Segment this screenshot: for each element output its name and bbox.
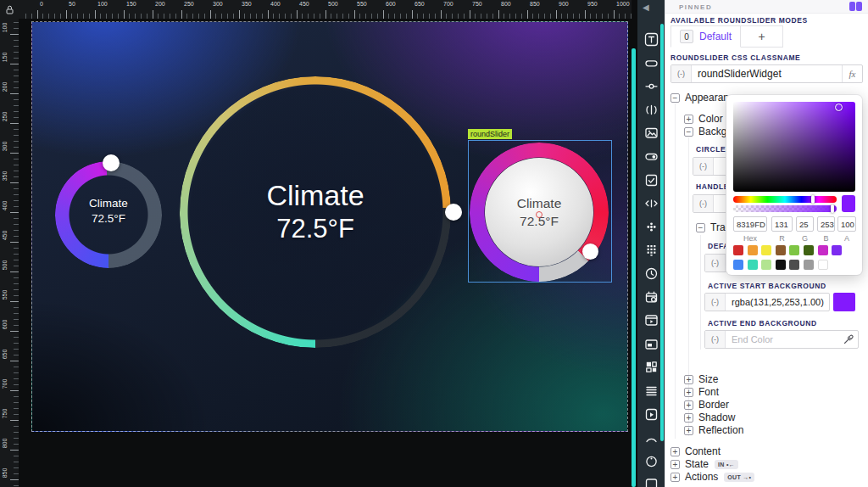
- binding-addon[interactable]: (-): [705, 255, 726, 271]
- slider-large-handle[interactable]: [445, 204, 462, 221]
- dock-panel-icon[interactable]: [849, 2, 862, 11]
- preset-color-swatch[interactable]: [832, 245, 842, 255]
- hex-input[interactable]: 8319FD: [733, 216, 767, 232]
- transform-origin-marker[interactable]: [536, 211, 542, 218]
- expander-icon[interactable]: +: [670, 447, 680, 456]
- canvas-scrollbar[interactable]: [632, 48, 636, 487]
- add-mode-button[interactable]: +: [741, 25, 783, 48]
- preset-color-swatch[interactable]: [761, 245, 771, 255]
- checkbox-tool-icon[interactable]: [644, 173, 659, 188]
- code-embed-tool-icon[interactable]: [644, 196, 659, 210]
- expander-icon[interactable]: +: [684, 426, 693, 435]
- keypad-tool-icon[interactable]: [644, 243, 659, 257]
- pip-tool-icon[interactable]: [644, 337, 659, 351]
- preset-color-swatch[interactable]: [789, 245, 799, 255]
- blue-label: B: [817, 234, 835, 243]
- ruler-tick-major: [383, 10, 384, 19]
- panel-tool-icon[interactable]: [644, 477, 659, 487]
- expander-icon[interactable]: +: [670, 460, 680, 469]
- alpha-slider[interactable]: [733, 205, 837, 212]
- eyedropper-icon[interactable]: [839, 331, 858, 348]
- slider-selected-handle[interactable]: [582, 244, 598, 260]
- preset-color-swatch[interactable]: [818, 260, 828, 270]
- alpha-handle[interactable]: [831, 204, 834, 213]
- ruler-tick: [446, 14, 447, 19]
- slider-small-handle[interactable]: [103, 154, 120, 171]
- ruler-tick-major: [10, 301, 19, 302]
- tree-node-content[interactable]: + Content: [670, 445, 721, 457]
- saturation-cursor[interactable]: [835, 104, 843, 111]
- hue-handle[interactable]: [811, 195, 815, 204]
- button-tool-icon[interactable]: [644, 56, 659, 70]
- expander-icon[interactable]: −: [684, 127, 693, 137]
- stepper-tool-icon[interactable]: [644, 103, 659, 117]
- knob-tool-icon[interactable]: [644, 454, 659, 468]
- green-input[interactable]: 25: [796, 216, 814, 232]
- ruler-tick: [371, 14, 372, 19]
- tree-node-color[interactable]: + Color: [684, 113, 723, 125]
- preset-color-swatch[interactable]: [776, 245, 786, 255]
- alpha-input[interactable]: 100: [837, 216, 856, 232]
- binding-addon[interactable]: (-): [693, 158, 714, 175]
- list-tool-icon[interactable]: [644, 383, 659, 398]
- binding-addon[interactable]: (-): [705, 294, 726, 311]
- joystick-tool-icon[interactable]: [644, 220, 659, 234]
- curve-tool-icon[interactable]: [644, 430, 659, 445]
- toolbar-scrollbar[interactable]: [660, 24, 664, 441]
- preset-color-swatch[interactable]: [733, 245, 743, 255]
- clock-tool-icon[interactable]: [644, 266, 659, 281]
- ruler-lock-corner[interactable]: [0, 0, 19, 19]
- preset-color-swatch[interactable]: [776, 260, 786, 270]
- active-start-color-swatch[interactable]: [833, 293, 855, 311]
- ruler-tick-major: [10, 34, 19, 35]
- tree-node-shadow[interactable]: + Shadow: [684, 411, 735, 423]
- preset-color-swatch[interactable]: [789, 260, 799, 270]
- tab-default-mode[interactable]: 0 Default: [670, 25, 741, 48]
- dashboard-tool-icon[interactable]: [644, 360, 659, 374]
- binding-addon[interactable]: (-): [705, 331, 726, 348]
- video-player-tool-icon[interactable]: [644, 407, 659, 422]
- tree-node-state[interactable]: + State IN •←: [670, 458, 738, 470]
- preset-color-swatch[interactable]: [748, 245, 758, 255]
- preset-color-swatch[interactable]: [761, 260, 771, 270]
- expander-icon[interactable]: +: [684, 115, 693, 124]
- binding-addon[interactable]: (-): [671, 65, 692, 82]
- preset-color-swatch[interactable]: [818, 245, 828, 255]
- preset-color-swatch[interactable]: [733, 260, 743, 270]
- binding-addon[interactable]: (-): [693, 195, 714, 212]
- expander-icon[interactable]: +: [684, 413, 693, 423]
- classname-input[interactable]: roundSliderWidget: [692, 65, 842, 82]
- browser-video-tool-icon[interactable]: [644, 313, 659, 327]
- ruler-tick: [14, 319, 19, 320]
- saturation-area[interactable]: [733, 102, 855, 192]
- red-input[interactable]: 131: [771, 216, 793, 232]
- expander-icon[interactable]: +: [684, 400, 693, 410]
- design-canvas[interactable]: Climate 72.5°F Climate 72.5°F roundSlide…: [31, 21, 628, 432]
- expander-icon[interactable]: −: [670, 93, 680, 103]
- tree-node-size[interactable]: + Size: [684, 373, 718, 385]
- expander-icon[interactable]: −: [696, 223, 705, 232]
- hue-slider[interactable]: [733, 196, 837, 203]
- preset-color-swatch[interactable]: [748, 260, 758, 270]
- fx-button[interactable]: fx: [842, 65, 862, 82]
- datetime-tool-icon[interactable]: [644, 290, 659, 305]
- tree-node-border[interactable]: + Border: [684, 399, 729, 411]
- active-start-input[interactable]: rgba(131,25,253,1.00): [726, 294, 829, 311]
- active-end-input[interactable]: End Color: [726, 331, 839, 348]
- preset-color-swatch[interactable]: [804, 260, 814, 270]
- ruler-tick: [14, 176, 19, 177]
- tree-node-reflection[interactable]: + Reflection: [684, 424, 743, 436]
- collapse-toolbar-icon[interactable]: ◀: [643, 3, 649, 12]
- expander-icon[interactable]: +: [684, 388, 693, 397]
- ruler-tick: [262, 14, 263, 19]
- preset-color-swatch[interactable]: [804, 245, 814, 255]
- text-tool-icon[interactable]: [644, 32, 659, 47]
- expander-icon[interactable]: +: [684, 375, 693, 384]
- tree-node-actions[interactable]: + Actions OUT →•: [670, 471, 754, 483]
- expander-icon[interactable]: +: [670, 473, 680, 482]
- tree-node-font[interactable]: + Font: [684, 386, 719, 398]
- slider-tool-icon[interactable]: [644, 79, 659, 93]
- blue-input[interactable]: 253: [817, 216, 835, 232]
- toggle-tool-icon[interactable]: [644, 149, 659, 164]
- image-tool-icon[interactable]: [644, 126, 659, 140]
